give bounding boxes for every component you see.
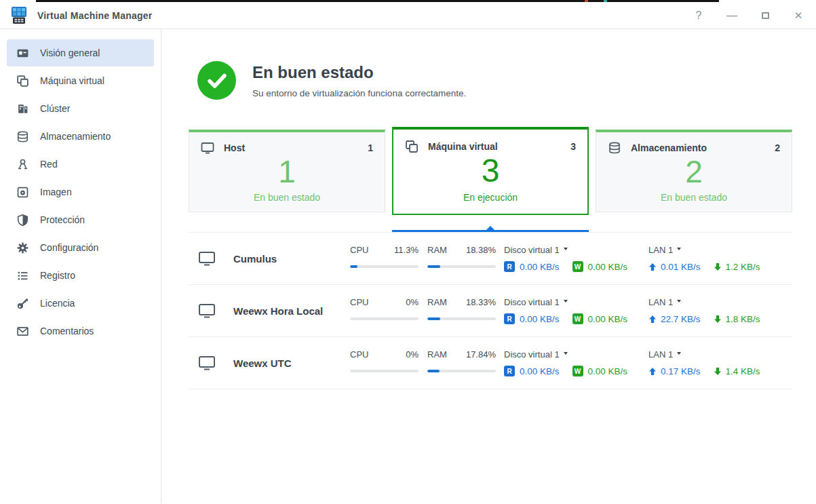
lan-down-value: 1.4 KB/s — [726, 366, 760, 376]
vm-row-weewx-hora-local: Weewx Hora Local CPU0% RAM18.33% Disco v… — [189, 285, 792, 337]
sidebar: Visión general Máquina virtual Clúster — [0, 29, 161, 503]
background-window-strip — [36, 0, 719, 2]
card-maquina-virtual[interactable]: Máquina virtual 3 3 En ejecución — [392, 127, 589, 215]
vm-row-weewx-utc: Weewx UTC CPU0% RAM17.84% Disco virtual … — [189, 337, 792, 389]
app-title: Virtual Machine Manager — [37, 10, 152, 21]
sidebar-item-cluster[interactable]: Clúster — [7, 95, 154, 122]
upload-arrow-icon — [648, 315, 657, 324]
virtual-machine-icon — [16, 75, 29, 88]
healthy-check-icon — [197, 61, 236, 100]
ram-value: 18.38% — [466, 245, 496, 255]
sidebar-item-registro[interactable]: Registro — [7, 262, 154, 289]
sidebar-item-label: Comentarios — [40, 326, 94, 336]
sidebar-item-label: Imagen — [40, 187, 72, 197]
card-count: 2 — [775, 142, 780, 153]
lan-up-value: 0.17 KB/s — [661, 366, 701, 376]
card-host[interactable]: Host 1 1 En buen estado — [189, 130, 385, 212]
disk-dropdown[interactable]: Disco virtual 1 — [504, 245, 568, 255]
disk-write-value: 0.00 KB/s — [588, 262, 628, 272]
sidebar-item-comentarios[interactable]: Comentarios — [7, 317, 154, 345]
sidebar-item-almacenamiento[interactable]: Almacenamiento — [7, 123, 154, 150]
vm-name: Cumulus — [233, 253, 342, 265]
ram-stat: RAM18.38% — [427, 244, 496, 273]
virtual-machine-icon — [405, 140, 419, 153]
download-arrow-icon — [714, 367, 722, 376]
network-icon — [16, 158, 29, 171]
sidebar-item-label: Protección — [40, 214, 85, 225]
ram-label: RAM — [427, 245, 447, 255]
envelope-icon — [16, 325, 29, 338]
lan-dropdown[interactable]: LAN 1 — [648, 245, 681, 255]
cpu-label: CPU — [350, 349, 368, 360]
card-almacenamiento[interactable]: Almacenamiento 2 2 En buen estado — [596, 130, 792, 212]
ram-value: 18.33% — [466, 297, 496, 307]
lan-dropdown[interactable]: LAN 1 — [648, 297, 681, 307]
download-arrow-icon — [714, 315, 722, 324]
cpu-value: 11.3% — [394, 245, 419, 255]
card-count: 3 — [570, 141, 576, 152]
card-state: En buen estado — [596, 192, 792, 203]
help-button[interactable]: ? — [693, 10, 704, 21]
image-icon — [16, 186, 29, 199]
shield-icon — [16, 214, 29, 227]
sidebar-item-label: Clúster — [40, 103, 70, 114]
card-title: Almacenamiento — [631, 142, 775, 153]
summary-cards: Host 1 1 En buen estado Máquina virtual … — [189, 130, 792, 215]
upload-arrow-icon — [648, 263, 657, 271]
log-list-icon — [16, 269, 29, 282]
ram-stat: RAM18.33% — [427, 296, 496, 325]
chevron-down-icon — [677, 300, 681, 303]
maximize-button[interactable] — [760, 10, 771, 21]
disk-read-value: 0.00 KB/s — [520, 366, 560, 376]
lan-stat: LAN 1 0.17 KB/s 1.4 KB/s — [648, 349, 792, 377]
ram-bar — [427, 370, 496, 372]
monitor-icon — [198, 355, 216, 371]
disk-write-value: 0.00 KB/s — [588, 314, 628, 324]
selected-card-indicator — [392, 230, 589, 232]
cpu-label: CPU — [350, 245, 368, 255]
read-badge: R — [504, 313, 515, 324]
lan-stat: LAN 1 0.01 KB/s 1.2 KB/s — [648, 244, 792, 273]
storage-icon — [16, 130, 29, 143]
cpu-value: 0% — [406, 349, 419, 360]
card-number: 3 — [393, 155, 587, 187]
sidebar-item-red[interactable]: Red — [7, 151, 154, 178]
chevron-down-icon — [564, 248, 568, 250]
background-dot-red — [585, 0, 588, 2]
vm-row-cumulus: Cumulus CPU11.3% RAM18.38% Disco virtual… — [189, 233, 792, 285]
sidebar-item-vision-general[interactable]: Visión general — [7, 39, 154, 66]
cpu-stat: CPU0% — [350, 296, 419, 325]
card-number: 1 — [189, 156, 385, 187]
sidebar-item-licencia[interactable]: Licencia — [7, 290, 154, 317]
sidebar-item-label: Almacenamiento — [40, 131, 111, 142]
sidebar-item-label: Licencia — [40, 298, 75, 309]
sidebar-item-proteccion[interactable]: Protección — [7, 206, 154, 233]
lan-dropdown[interactable]: LAN 1 — [648, 349, 681, 360]
sidebar-item-label: Registro — [40, 270, 75, 281]
disk-read-value: 0.00 KB/s — [520, 262, 560, 272]
close-button[interactable]: ✕ — [793, 10, 804, 21]
background-dot-teal — [604, 0, 607, 2]
chevron-down-icon — [564, 300, 568, 303]
sidebar-item-configuracion[interactable]: Configuración — [7, 234, 154, 261]
sidebar-item-imagen[interactable]: Imagen — [7, 178, 154, 206]
read-badge: R — [504, 261, 515, 272]
monitor-icon — [198, 303, 216, 319]
monitor-icon — [198, 250, 216, 267]
background-window-edge — [0, 0, 816, 2]
sidebar-item-maquina-virtual[interactable]: Máquina virtual — [7, 67, 154, 94]
disk-dropdown[interactable]: Disco virtual 1 — [504, 349, 568, 360]
write-badge: W — [572, 313, 583, 324]
card-title: Máquina virtual — [428, 141, 570, 152]
ram-bar — [427, 317, 496, 320]
ram-value: 17.84% — [466, 349, 496, 360]
monitor-icon — [201, 141, 214, 155]
minimize-button[interactable]: — — [726, 10, 737, 21]
vm-name: Weewx UTC — [233, 357, 342, 369]
vm-name: Weewx Hora Local — [233, 305, 342, 317]
cpu-value: 0% — [406, 297, 419, 307]
storage-icon — [608, 141, 621, 155]
cpu-stat: CPU0% — [350, 349, 419, 377]
lan-down-value: 1.2 KB/s — [726, 262, 760, 272]
disk-dropdown[interactable]: Disco virtual 1 — [504, 297, 568, 307]
